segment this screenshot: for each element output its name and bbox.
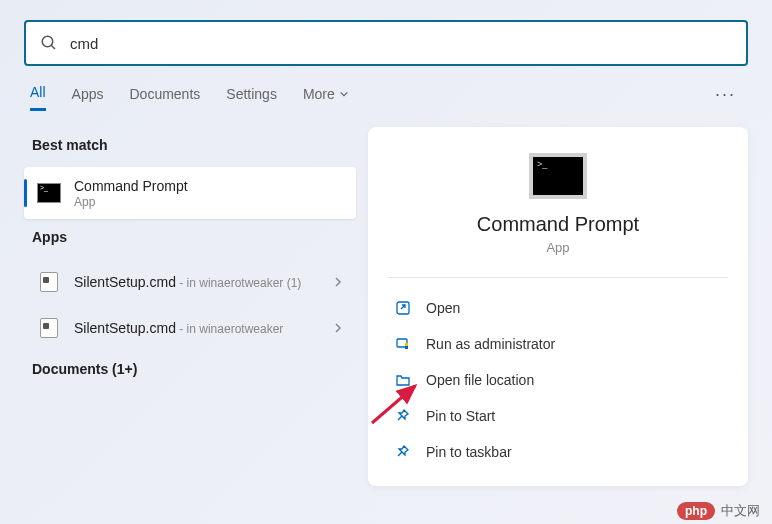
- annotation-arrow: [367, 378, 427, 428]
- section-documents: Documents (1+): [24, 351, 356, 391]
- action-open-location[interactable]: Open file location: [388, 362, 728, 398]
- preview-icon-wrap: [388, 143, 728, 213]
- svg-line-1: [51, 45, 55, 49]
- action-pin-taskbar[interactable]: Pin to taskbar: [388, 434, 728, 470]
- result-command-prompt[interactable]: Command Prompt App: [24, 167, 356, 219]
- tab-documents[interactable]: Documents: [129, 86, 200, 110]
- more-options-button[interactable]: ···: [715, 84, 736, 105]
- svg-rect-2: [397, 302, 409, 314]
- open-icon: [394, 299, 412, 317]
- file-icon: [36, 269, 62, 295]
- tab-apps[interactable]: Apps: [72, 86, 104, 110]
- section-apps: Apps: [24, 219, 356, 259]
- search-value: cmd: [70, 35, 98, 52]
- chevron-down-icon: [339, 89, 349, 99]
- file-icon: [36, 315, 62, 341]
- admin-shield-icon: [394, 335, 412, 353]
- command-prompt-icon: [36, 180, 62, 206]
- command-prompt-icon: [529, 153, 587, 199]
- filter-tabs: All Apps Documents Settings More ···: [8, 66, 764, 121]
- action-open[interactable]: Open: [388, 290, 728, 326]
- tab-settings[interactable]: Settings: [226, 86, 277, 110]
- svg-point-0: [42, 36, 53, 47]
- divider: [388, 277, 728, 278]
- tab-all[interactable]: All: [30, 84, 46, 111]
- action-pin-start[interactable]: Pin to Start: [388, 398, 728, 434]
- chevron-right-icon: [332, 322, 344, 334]
- result-item[interactable]: SilentSetup.cmd - in winaerotweaker (1): [24, 259, 356, 305]
- svg-line-6: [372, 386, 415, 423]
- search-box[interactable]: cmd: [24, 20, 748, 66]
- results-panel: Best match Command Prompt App Apps Silen…: [24, 127, 356, 486]
- section-best-match: Best match: [24, 127, 356, 167]
- chevron-right-icon: [332, 276, 344, 288]
- action-run-admin[interactable]: Run as administrator: [388, 326, 728, 362]
- preview-panel: Command Prompt App Open Run as administr…: [368, 127, 748, 486]
- preview-title: Command Prompt: [388, 213, 728, 236]
- tab-more[interactable]: More: [303, 86, 349, 110]
- pin-icon: [394, 443, 412, 461]
- watermark: php 中文网: [677, 502, 760, 520]
- search-icon: [40, 34, 58, 52]
- result-item[interactable]: SilentSetup.cmd - in winaerotweaker: [24, 305, 356, 351]
- preview-subtitle: App: [388, 240, 728, 255]
